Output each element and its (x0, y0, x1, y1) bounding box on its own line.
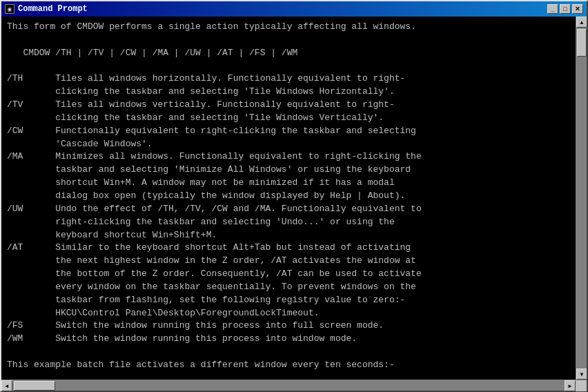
scroll-thumb-v[interactable] (577, 29, 587, 57)
window-icon: ▣ (5, 4, 14, 14)
scroll-down-button[interactable]: ▼ (576, 369, 587, 380)
scroll-up-button[interactable]: ▲ (576, 17, 587, 28)
window-title: Command Prompt (18, 4, 88, 14)
scroll-track-h[interactable] (12, 380, 565, 391)
terminal-text: This form of CMDOW performs a single act… (7, 21, 570, 380)
bottom-bar: ◄ ► (1, 380, 587, 391)
close-button[interactable]: ✕ (572, 4, 583, 14)
window-content: This form of CMDOW performs a single act… (1, 17, 587, 380)
terminal-area[interactable]: This form of CMDOW performs a single act… (1, 17, 576, 380)
title-bar: ▣ Command Prompt _ □ ✕ (1, 1, 587, 17)
scroll-thumb-h[interactable] (14, 381, 55, 391)
title-bar-left: ▣ Command Prompt (5, 4, 88, 14)
scrollbar-corner (576, 380, 587, 391)
scroll-track-v[interactable] (576, 28, 587, 369)
vertical-scrollbar: ▲ ▼ (576, 17, 587, 380)
maximize-button[interactable]: □ (560, 4, 571, 14)
window: ▣ Command Prompt _ □ ✕ This form of CMDO… (0, 0, 588, 392)
window-controls: _ □ ✕ (547, 4, 583, 14)
scroll-left-button[interactable]: ◄ (1, 380, 12, 391)
scroll-right-button[interactable]: ► (565, 380, 576, 391)
minimize-button[interactable]: _ (547, 4, 558, 14)
